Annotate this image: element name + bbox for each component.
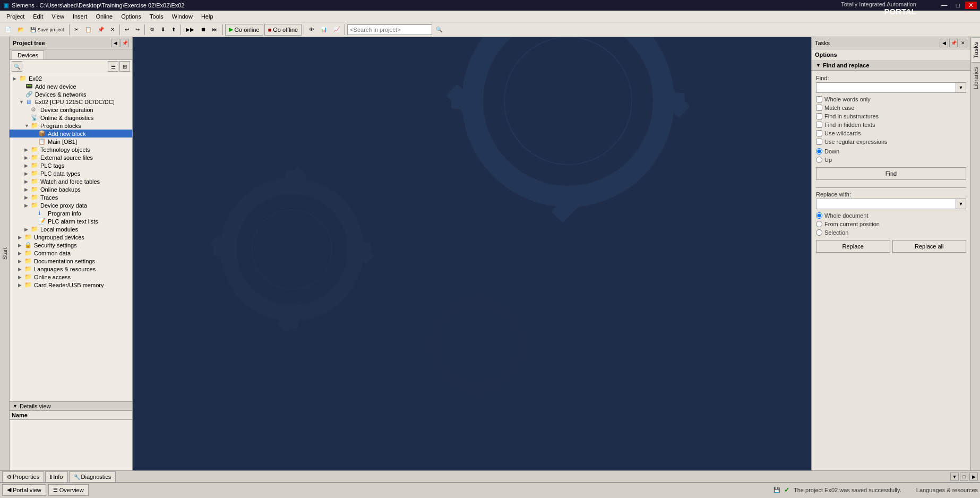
tree-node-languages[interactable]: ▶ 📁 Languages & resources <box>10 265 132 273</box>
portal-view-btn[interactable]: ◀ Portal view <box>2 484 46 496</box>
find-replace-header[interactable]: ▼ Find and replace <box>812 61 970 71</box>
monitor-btn[interactable]: 👁 <box>306 24 317 36</box>
paste-btn[interactable]: 📌 <box>95 24 107 36</box>
upload-btn[interactable]: ⬆ <box>169 24 178 36</box>
go-online-btn[interactable]: ▶ Go online <box>225 24 263 36</box>
tree-list-view-btn[interactable]: ☰ <box>108 61 118 72</box>
panel-float-btn[interactable]: □ <box>960 473 968 481</box>
tree-node-device-proxy[interactable]: ▶ 📁 Device proxy data <box>10 201 132 209</box>
tree-node-online-backups[interactable]: ▶ 📁 Online backups <box>10 185 132 193</box>
tree-node-doc-settings[interactable]: ▶ 📁 Documentation settings <box>10 257 132 265</box>
diagnostics-tab-btn[interactable]: 🔧 Diagnostics <box>69 471 116 482</box>
tree-node-main-ob1[interactable]: 📋 Main [OB1] <box>10 138 132 145</box>
program-blocks-arrow[interactable]: ▼ <box>24 123 31 128</box>
open-btn[interactable]: 📂 <box>15 24 27 36</box>
online-backups-arrow[interactable]: ▶ <box>24 187 31 192</box>
ex02-arrow[interactable]: ▶ <box>13 76 19 81</box>
tree-node-plc-alarm[interactable]: 📝 PLC alarm text lists <box>10 217 132 225</box>
find-input[interactable] <box>816 82 956 93</box>
local-modules-arrow[interactable]: ▶ <box>24 227 31 232</box>
tree-node-ungrouped[interactable]: ▶ 📁 Ungrouped devices <box>10 233 132 241</box>
monitor3-btn[interactable]: 📈 <box>331 24 342 36</box>
start-sim-btn[interactable]: ▶▶ <box>183 24 197 36</box>
copy-btn[interactable]: 📋 <box>82 24 94 36</box>
replace-all-btn[interactable]: Replace all <box>892 240 967 253</box>
cut-btn[interactable]: ✂ <box>72 24 81 36</box>
tree-node-plc-data-types[interactable]: ▶ 📁 PLC data types <box>10 169 132 177</box>
menu-edit[interactable]: Edit <box>29 12 47 21</box>
tree-node-local-modules[interactable]: ▶ 📁 Local modules <box>10 225 132 233</box>
online-access-arrow[interactable]: ▶ <box>18 274 24 280</box>
compile-btn[interactable]: ⚙ <box>147 24 157 36</box>
tree-node-traces[interactable]: ▶ 📁 Traces <box>10 193 132 201</box>
security-arrow[interactable]: ▶ <box>18 243 24 248</box>
menu-project[interactable]: Project <box>2 12 29 21</box>
new-btn[interactable]: 📄 <box>2 24 14 36</box>
tree-node-device-config[interactable]: ⚙ Device configuration <box>10 106 132 114</box>
tree-node-tech-objects[interactable]: ▶ 📁 Technology objects <box>10 145 132 153</box>
whole-words-checkbox[interactable] <box>816 96 822 102</box>
direction-down-radio[interactable] <box>816 148 822 154</box>
find-hidden-checkbox[interactable] <box>816 122 822 128</box>
menu-insert[interactable]: Insert <box>68 12 92 21</box>
menu-options[interactable]: Options <box>117 12 145 21</box>
traces-arrow[interactable]: ▶ <box>24 195 31 200</box>
from-current-radio[interactable] <box>816 221 822 227</box>
panel-expand-btn[interactable]: ▶ <box>969 473 978 481</box>
panel-minimize-btn[interactable]: ▼ <box>950 473 959 481</box>
delete-btn[interactable]: ✕ <box>108 24 117 36</box>
menu-window[interactable]: Window <box>168 12 197 21</box>
close-btn[interactable]: ✕ <box>965 2 977 9</box>
download-btn[interactable]: ⬇ <box>158 24 168 36</box>
tree-node-add-block[interactable]: 📦 Add new block <box>10 130 132 138</box>
go-offline-btn[interactable]: ■ Go offline <box>264 24 302 36</box>
tasks-pin-btn[interactable]: 📌 <box>949 39 958 47</box>
details-collapse-icon[interactable]: ▼ <box>13 403 18 409</box>
cpu-arrow[interactable]: ▼ <box>19 99 25 105</box>
minimize-btn[interactable]: — <box>938 2 951 9</box>
replace-btn[interactable]: Replace <box>816 240 890 253</box>
languages-arrow[interactable]: ▶ <box>18 267 24 272</box>
tech-objects-arrow[interactable]: ▶ <box>24 147 31 152</box>
find-btn[interactable]: Find <box>816 167 966 180</box>
find-substructures-checkbox[interactable] <box>816 113 822 119</box>
ext-sources-arrow[interactable]: ▶ <box>24 155 31 160</box>
tree-node-devices-networks[interactable]: 🔗 Devices & networks <box>10 90 132 98</box>
tree-pin-btn[interactable]: 📌 <box>121 39 129 47</box>
tree-node-common-data[interactable]: ▶ 📁 Common data <box>10 249 132 257</box>
tree-node-ext-sources[interactable]: ▶ 📁 External source files <box>10 153 132 161</box>
tree-node-card-reader[interactable]: ▶ 📁 Card Reader/USB memory <box>10 281 132 289</box>
search-input[interactable] <box>347 24 432 35</box>
tree-node-cpu[interactable]: ▼ 🖥 Ex02 [CPU 1215C DC/DC/DC] <box>10 98 132 106</box>
plc-data-types-arrow[interactable]: ▶ <box>24 171 31 176</box>
device-proxy-arrow[interactable]: ▶ <box>24 203 31 208</box>
tree-node-watch-force[interactable]: ▶ 📁 Watch and force tables <box>10 177 132 185</box>
search-btn[interactable]: 🔍 <box>433 24 445 36</box>
ungrouped-arrow[interactable]: ▶ <box>18 235 24 240</box>
tree-node-ex02[interactable]: ▶ 📁 Ex02 <box>10 74 132 82</box>
common-data-arrow[interactable]: ▶ <box>18 251 24 256</box>
direction-up-radio[interactable] <box>816 157 822 163</box>
menu-help[interactable]: Help <box>197 12 218 21</box>
tree-node-program-info[interactable]: ℹ Program info <box>10 209 132 217</box>
save-btn[interactable]: 💾 Save project <box>28 24 67 36</box>
tree-node-online-diag[interactable]: 📡 Online & diagnostics <box>10 114 132 122</box>
replace-input[interactable] <box>816 199 956 209</box>
vtab-tasks[interactable]: Tasks <box>972 37 980 62</box>
doc-settings-arrow[interactable]: ▶ <box>18 259 24 264</box>
tree-detail-view-btn[interactable]: ⊞ <box>119 61 130 72</box>
replace-dropdown-btn[interactable]: ▼ <box>956 199 966 209</box>
tree-search-btn[interactable]: 🔍 <box>12 61 22 72</box>
monitor2-btn[interactable]: 📊 <box>318 24 330 36</box>
tasks-collapse-btn[interactable]: ◀ <box>940 39 948 47</box>
find-dropdown-btn[interactable]: ▼ <box>956 82 966 93</box>
whole-document-radio[interactable] <box>816 212 822 219</box>
menu-view[interactable]: View <box>47 12 68 21</box>
overview-btn[interactable]: ☰ Overview <box>48 484 89 496</box>
menu-tools[interactable]: Tools <box>145 12 168 21</box>
redo-btn[interactable]: ↪ <box>133 24 142 36</box>
undo-btn[interactable]: ↩ <box>122 24 132 36</box>
devices-tab[interactable]: Devices <box>12 50 44 59</box>
maximize-btn[interactable]: □ <box>953 2 963 9</box>
title-bar-controls[interactable]: — □ ✕ <box>938 2 977 9</box>
